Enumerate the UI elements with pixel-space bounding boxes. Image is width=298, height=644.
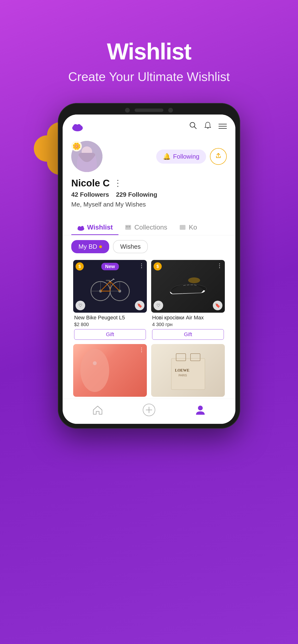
svg-rect-16	[126, 226, 128, 227]
profile-name-row: Nicole C ⋮	[71, 178, 227, 188]
product-name-bike: New Bike Peugeot L5	[74, 314, 146, 321]
profile-name: Nicole C	[71, 178, 110, 188]
svg-point-2	[77, 124, 81, 128]
profile-section: 🌼 🔔 Following	[63, 136, 235, 219]
dollar-badge-bike: $	[76, 262, 84, 270]
filter-wishes[interactable]: Wishes	[113, 240, 148, 253]
product-image-bike: $ New ⋮ ♡ 🔖	[73, 260, 147, 313]
product-menu-ear[interactable]: ⋮	[139, 346, 144, 353]
svg-rect-42	[171, 358, 205, 390]
product-price-bike: $2 800	[74, 322, 146, 327]
profile-bio: Me, Myself and My Wishes	[71, 201, 227, 208]
svg-rect-18	[180, 225, 186, 230]
share-button[interactable]	[210, 148, 227, 165]
product-info-shoes: Нові кросівки Air Max 4 300 грн Gift	[151, 313, 225, 340]
tab-ko-label: Ko	[189, 224, 197, 231]
nav-home[interactable]	[92, 405, 103, 415]
filter-pills: My BD Wishes	[63, 235, 235, 258]
product-card-bike: $ New ⋮ ♡ 🔖 New Bike Peugeot L5 $2 800 G…	[73, 260, 147, 340]
add-icon	[143, 404, 155, 416]
product-name-shoes: Нові кросівки Air Max	[152, 314, 224, 321]
bell-following-icon: 🔔	[163, 153, 171, 160]
following-count: 229 Following	[116, 191, 157, 198]
svg-point-49	[198, 406, 203, 410]
camera-dot	[125, 108, 130, 112]
profile-stats: 42 Followers 229 Following	[71, 191, 227, 198]
svg-point-13	[78, 226, 81, 230]
phone-speaker	[135, 108, 163, 112]
avatar-container: 🌼	[71, 141, 102, 172]
svg-rect-15	[125, 225, 131, 230]
camera-dot-2	[168, 108, 173, 112]
bell-icon[interactable]	[204, 121, 212, 131]
my-bd-label: My BD	[78, 243, 97, 250]
product-image-bag: LOEWE PARIS	[151, 344, 225, 397]
svg-rect-17	[129, 226, 130, 227]
product-card-bag: LOEWE PARIS	[151, 344, 225, 397]
menu-icon[interactable]	[219, 122, 227, 131]
products-grid: $ New ⋮ ♡ 🔖 New Bike Peugeot L5 $2 800 G…	[63, 258, 235, 399]
hero-title: Wishlist	[107, 38, 191, 65]
tab-wishlist[interactable]: Wishlist	[71, 219, 118, 235]
new-badge: New	[101, 263, 119, 270]
phone-screen: 🌼 🔔 Following	[63, 114, 235, 424]
product-menu-bike[interactable]: ⋮	[139, 262, 144, 269]
wishes-label: Wishes	[120, 243, 140, 250]
gift-button-shoes[interactable]: Gift	[152, 329, 224, 340]
svg-text:PARIS: PARIS	[179, 374, 187, 377]
svg-point-39	[188, 278, 200, 283]
product-menu-shoes[interactable]: ⋮	[217, 262, 222, 269]
nav-profile[interactable]	[195, 404, 206, 416]
tab-wishlist-label: Wishlist	[87, 224, 113, 231]
profile-options-icon[interactable]: ⋮	[113, 178, 122, 188]
product-actions-shoes: ♡ 🔖	[154, 301, 222, 310]
share-icon	[215, 152, 222, 161]
tabs-container: Wishlist Collections Ko	[63, 219, 235, 235]
svg-rect-30	[106, 280, 110, 281]
heart-btn-bike[interactable]: ♡	[76, 301, 85, 310]
gift-button-bike[interactable]: Gift	[74, 329, 146, 340]
product-image-ear: ⋮	[73, 344, 147, 397]
bookmark-btn-bike[interactable]: 🔖	[135, 301, 144, 310]
filter-my-bd[interactable]: My BD	[71, 240, 109, 253]
nav-add[interactable]	[143, 404, 155, 416]
followers-count: 42 Followers	[71, 191, 109, 198]
following-button[interactable]: 🔔 Following	[156, 150, 206, 164]
bookmark-btn-shoes[interactable]: 🔖	[213, 301, 222, 310]
profile-actions: 🔔 Following	[110, 148, 227, 165]
product-card-shoes: $ ⋮ ♡ 🔖 Нові кросівки Air Max 4 300 грн …	[151, 260, 225, 340]
tab-ko[interactable]: Ko	[173, 219, 203, 235]
svg-text:LOEWE: LOEWE	[175, 368, 189, 372]
svg-line-4	[194, 127, 196, 129]
svg-point-14	[81, 226, 84, 229]
bottom-nav	[63, 399, 235, 424]
phone-notch	[63, 108, 235, 112]
tab-collections[interactable]: Collections	[118, 219, 173, 235]
product-info-bike: New Bike Peugeot L5 $2 800 Gift	[73, 313, 147, 340]
search-icon[interactable]	[189, 121, 197, 131]
svg-point-41	[93, 361, 97, 365]
hero-subtitle: Create Your Ultimate Wishlist	[68, 70, 230, 84]
tab-collections-label: Collections	[134, 224, 167, 231]
app-logo	[71, 121, 84, 131]
product-image-shoes: $ ⋮ ♡ 🔖	[151, 260, 225, 313]
heart-btn-shoes[interactable]: ♡	[154, 301, 163, 310]
following-button-label: Following	[173, 153, 199, 160]
svg-point-3	[190, 122, 195, 127]
avatar-badge: 🌼	[71, 141, 82, 152]
profile-top: 🌼 🔔 Following	[71, 141, 227, 172]
svg-point-40	[80, 349, 109, 392]
app-header	[63, 114, 235, 136]
phone-mockup: 🌼 🔔 Following	[58, 103, 240, 428]
phone-frame: 🌼 🔔 Following	[58, 103, 240, 428]
my-bd-dot	[99, 245, 102, 248]
product-price-shoes: 4 300 грн	[152, 322, 224, 327]
product-actions-bike: ♡ 🔖	[76, 301, 144, 310]
svg-line-36	[187, 285, 189, 285]
header-icons	[189, 121, 227, 131]
product-card-ear: ⋮	[73, 344, 147, 397]
svg-line-27	[110, 279, 114, 282]
dollar-badge-shoes: $	[154, 262, 162, 270]
